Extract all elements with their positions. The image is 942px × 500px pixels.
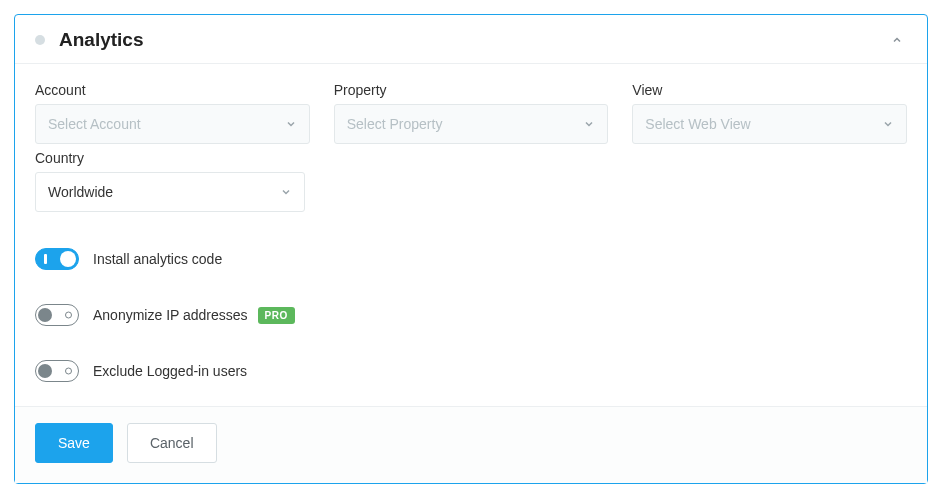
exclude-loggedin-row: Exclude Logged-in users [35, 360, 907, 382]
view-placeholder: Select Web View [645, 116, 750, 132]
view-field: View Select Web View [632, 82, 907, 144]
install-code-label: Install analytics code [93, 251, 222, 267]
pro-badge: PRO [258, 307, 295, 324]
view-label: View [632, 82, 907, 98]
panel-title: Analytics [59, 29, 887, 51]
toggle-on-indicator [44, 254, 47, 264]
toggle-knob [38, 308, 52, 322]
chevron-down-icon [882, 118, 894, 130]
field-row-1: Account Select Account Property Select P… [35, 82, 907, 144]
toggle-knob [60, 251, 76, 267]
toggle-off-indicator [65, 312, 72, 319]
account-field: Account Select Account [35, 82, 310, 144]
panel-body: Account Select Account Property Select P… [15, 64, 927, 406]
anonymize-ip-label: Anonymize IP addresses [93, 307, 248, 323]
toggle-off-indicator [65, 368, 72, 375]
view-select[interactable]: Select Web View [632, 104, 907, 144]
account-select[interactable]: Select Account [35, 104, 310, 144]
field-row-2: Country Worldwide [35, 150, 907, 212]
property-label: Property [334, 82, 609, 98]
panel-footer: Save Cancel [15, 406, 927, 483]
chevron-up-icon[interactable] [887, 30, 907, 50]
toggle-knob [38, 364, 52, 378]
country-field: Country Worldwide [35, 150, 305, 212]
property-field: Property Select Property [334, 82, 609, 144]
install-code-row: Install analytics code [35, 248, 907, 270]
country-select[interactable]: Worldwide [35, 172, 305, 212]
exclude-loggedin-label: Exclude Logged-in users [93, 363, 247, 379]
account-placeholder: Select Account [48, 116, 141, 132]
country-value: Worldwide [48, 184, 113, 200]
exclude-loggedin-toggle[interactable] [35, 360, 79, 382]
chevron-down-icon [285, 118, 297, 130]
chevron-down-icon [583, 118, 595, 130]
header-status-dot [35, 35, 45, 45]
panel-header[interactable]: Analytics [15, 15, 927, 64]
toggles-section: Install analytics code Anonymize IP addr… [35, 248, 907, 382]
property-select[interactable]: Select Property [334, 104, 609, 144]
install-code-toggle[interactable] [35, 248, 79, 270]
property-placeholder: Select Property [347, 116, 443, 132]
analytics-panel: Analytics Account Select Account Propert… [14, 14, 928, 484]
anonymize-ip-row: Anonymize IP addresses PRO [35, 304, 907, 326]
cancel-button[interactable]: Cancel [127, 423, 217, 463]
account-label: Account [35, 82, 310, 98]
anonymize-ip-toggle[interactable] [35, 304, 79, 326]
country-label: Country [35, 150, 305, 166]
chevron-down-icon [280, 186, 292, 198]
save-button[interactable]: Save [35, 423, 113, 463]
